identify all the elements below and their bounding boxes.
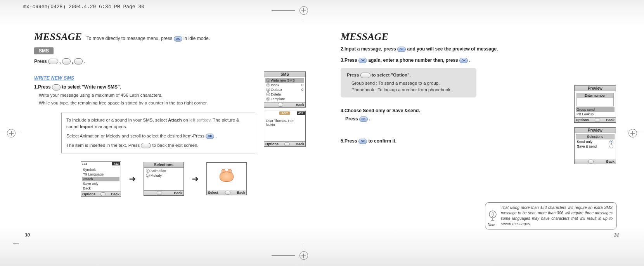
menu-item[interactable]: Inbox xyxy=(271,83,279,87)
menu-index: 1 xyxy=(266,78,270,82)
menu-key-icon xyxy=(360,73,370,78)
tip-attach-box: To include a picture or a sound in your … xyxy=(61,113,255,153)
step-4-press: Press OK . xyxy=(345,116,610,122)
crop-plus-icon xyxy=(630,131,635,136)
menu-badge: 0 xyxy=(301,88,303,92)
menu-index: 5 xyxy=(266,97,270,101)
tip-line3b: to back the edit screen. xyxy=(152,143,199,148)
section-write-new-sms: WRITE NEW SMS xyxy=(34,75,303,81)
nav-icon[interactable] xyxy=(278,103,283,107)
option-graybox: Press to select "Option". Group send : T… xyxy=(341,68,476,97)
graybox-head-a: Press xyxy=(347,73,360,77)
phone-screen-preview-enter-number: Preview Enter number Group send PB Looku… xyxy=(574,85,616,123)
press-label: Press xyxy=(34,59,47,64)
nav-icon[interactable] xyxy=(157,191,162,195)
popup-selections: Selections xyxy=(576,134,615,139)
tip-text: on xyxy=(182,118,189,122)
nav-icon[interactable] xyxy=(284,142,290,146)
tip-text: To include a picture or a sound in your … xyxy=(66,118,168,122)
softkey-options[interactable]: Options xyxy=(576,118,589,122)
options-item[interactable]: Back xyxy=(82,186,119,191)
ok-key-icon: OK xyxy=(206,134,214,139)
menu-item[interactable]: Delete xyxy=(271,92,281,96)
menu-item[interactable]: Template xyxy=(271,97,285,101)
options-item[interactable]: Save only xyxy=(82,181,119,186)
menu-item[interactable]: Animation xyxy=(151,169,166,173)
nav-icon[interactable] xyxy=(100,192,106,196)
phone-title: Selections xyxy=(144,162,184,168)
phone-screen-sms-menu: SMS 1Write new SMS 2Inbox0 3Outbox0 4Del… xyxy=(264,71,306,108)
nav-icon[interactable] xyxy=(225,191,230,195)
softkey-back[interactable]: Back xyxy=(606,118,615,122)
softkey-select[interactable]: Select xyxy=(208,191,218,195)
page-title: MESSAGE xyxy=(34,31,82,43)
comma: , xyxy=(59,58,61,64)
option-save-and-send[interactable]: Save & send xyxy=(577,144,597,148)
crop-plus-icon xyxy=(9,131,14,136)
softkey-back[interactable]: Back xyxy=(174,191,182,195)
menu-item[interactable]: Write new SMS xyxy=(271,78,295,82)
nav-icon[interactable] xyxy=(588,160,594,163)
sms-editor-text[interactable]: Dear Thomas. I am lookin xyxy=(265,118,304,127)
crop-mark xyxy=(272,10,295,11)
softkey-back[interactable]: Back xyxy=(606,160,615,163)
step-4: 4.Choose Send only or Save &send. xyxy=(341,108,610,114)
nav-icon[interactable] xyxy=(595,118,600,122)
crop-plus-icon xyxy=(301,254,306,258)
comma: , xyxy=(72,58,73,64)
step-4a: 4.Choose Send only or Save &send. xyxy=(341,108,420,113)
ok-key-icon: OK xyxy=(174,36,182,42)
options-item[interactable]: T9 Language xyxy=(82,172,119,177)
graybox-line2: Phonebook : To lookup a number from phon… xyxy=(347,87,470,93)
option-send-only[interactable]: Send only xyxy=(577,140,592,144)
step-1: 1.Press to select "Write new SMS". xyxy=(34,84,303,90)
menu-index: 2 xyxy=(266,83,270,87)
ok-key-icon: OK xyxy=(358,58,367,63)
radio-icon[interactable] xyxy=(609,140,613,144)
step-3: 3.Press OK again, enter a phone number t… xyxy=(341,57,610,64)
ok-key-icon: OK xyxy=(459,58,468,63)
softkey-back[interactable]: Back xyxy=(296,103,304,107)
options-item[interactable]: Symbols xyxy=(82,167,119,172)
option-pb-lookup[interactable]: PB Lookup xyxy=(576,112,615,116)
print-meta: mx-c99en(0428) 2004.4.29 6:34 PM Page 30 xyxy=(23,4,144,10)
note-text: That using more than 153 characters will… xyxy=(501,205,613,226)
softkey-options[interactable]: Options xyxy=(82,192,95,196)
menu-index: 2 xyxy=(146,174,150,177)
graybox-head-b: to select "Option". xyxy=(372,73,411,77)
step-5: 5.Press OK to confirm it. xyxy=(341,138,610,144)
menu-badge: 0 xyxy=(301,83,303,87)
crop-mark xyxy=(272,255,295,256)
number-input[interactable] xyxy=(577,98,613,106)
phone-title: SMS xyxy=(264,72,305,77)
note-label: Note xyxy=(488,222,495,228)
phone-screen-attach-preview: SelectBack xyxy=(206,162,247,195)
one-key-icon xyxy=(62,58,71,64)
one-key-icon xyxy=(52,84,61,90)
menu-index: 1 xyxy=(146,169,150,173)
step-2: 2.Input a message, press OK and you will… xyxy=(341,46,610,52)
option-group-send[interactable]: Group send xyxy=(576,107,615,112)
graybox-line1: Group send : To send a message to a grou… xyxy=(347,80,470,87)
tip-line3a: The item is inserted in the text. Press xyxy=(66,143,141,148)
menu-key-label: Menu xyxy=(13,242,19,245)
options-item[interactable]: Attach xyxy=(82,177,119,181)
menu-item[interactable]: Outbox xyxy=(271,88,282,92)
softkey-options[interactable]: Options xyxy=(265,142,279,146)
page-left: MESSAGE To move directly to message menu… xyxy=(16,23,314,243)
page-subtitle: To move directly to message menu, press … xyxy=(87,36,210,42)
subtitle-text-a: To move directly to message menu, press xyxy=(87,36,174,41)
softkey-back[interactable]: Back xyxy=(237,191,245,195)
arrow-right-icon: ➜ xyxy=(129,174,136,184)
menu-item[interactable]: Melody xyxy=(151,174,162,177)
char-counter: 432 xyxy=(112,162,120,165)
softkey-back[interactable]: Back xyxy=(111,192,119,196)
phone-title: Preview xyxy=(575,86,616,91)
softkey-back[interactable]: Back xyxy=(296,142,304,146)
char-counter: 432 xyxy=(297,111,305,115)
mode-abc-icon: ABC xyxy=(279,111,290,115)
phone-screen-preview-selections: Preview Selections Send only Save & send… xyxy=(574,127,616,164)
phone-title: Preview xyxy=(575,128,616,133)
radio-icon[interactable] xyxy=(609,144,613,148)
ok-key-icon: OK xyxy=(397,47,406,52)
